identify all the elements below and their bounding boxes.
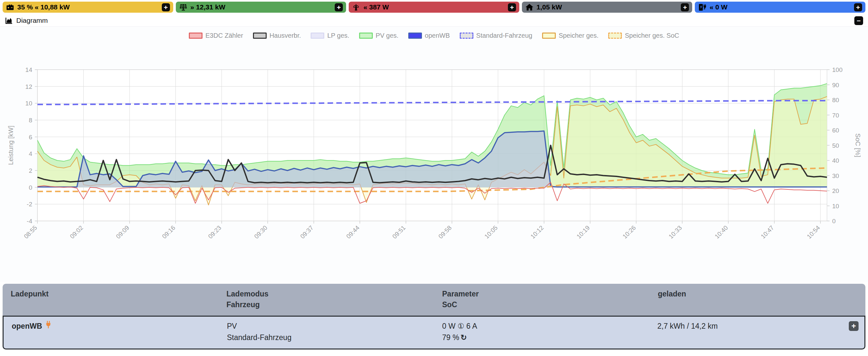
legend-swatch <box>253 33 267 39</box>
legend-item-5[interactable]: Standard-Fahrzeug <box>460 32 532 39</box>
legend-label: PV ges. <box>376 32 399 39</box>
diagram-panel-header: Diagramm − <box>0 14 868 27</box>
legend-item-2[interactable]: LP ges. <box>311 32 349 39</box>
charge-parameter: 0 W ① 6 A <box>442 321 649 332</box>
x-tick-label: 10:40 <box>713 224 729 240</box>
x-tick-label: 09:09 <box>115 224 130 240</box>
svg-text:10: 10 <box>25 100 32 107</box>
svg-text:2: 2 <box>29 167 32 174</box>
legend-item-1[interactable]: Hausverbr. <box>253 32 301 39</box>
header-col-3: geladen <box>650 289 866 310</box>
svg-text:4: 4 <box>29 150 32 157</box>
chargepoint-table: Ladepunkt LademodusFahrzeugParameterSoCg… <box>3 284 865 350</box>
status-badge-1[interactable]: » 12,31 kW+ <box>176 2 346 13</box>
legend-item-0[interactable]: E3DC Zähler <box>189 32 243 39</box>
status-badge-0[interactable]: 35 % « 10,88 kW+ <box>3 2 173 13</box>
x-tick-label: 09:02 <box>69 224 84 240</box>
svg-text:100: 100 <box>832 66 843 73</box>
chart-section: E3DC ZählerHausverbr.LP ges.PV ges.openW… <box>0 27 868 282</box>
svg-text:40: 40 <box>832 157 839 164</box>
svg-text:0: 0 <box>832 218 836 225</box>
svg-text:14: 14 <box>25 66 33 73</box>
pylon-icon <box>352 3 361 11</box>
svg-text:0: 0 <box>29 184 32 191</box>
legend-label: LP ges. <box>327 32 349 39</box>
legend-item-6[interactable]: Speicher ges. <box>542 32 598 39</box>
legend-label: Speicher ges. SoC <box>625 32 679 39</box>
svg-text:10: 10 <box>832 203 839 209</box>
svg-text:30: 30 <box>832 172 839 179</box>
badge-value: 1,05 kW <box>536 3 562 11</box>
header-col-0: Ladepunkt <box>3 289 218 310</box>
cell-parameter-soc: 0 W ① 6 A 79 %↻ <box>434 321 649 343</box>
legend-label: openWB <box>425 32 450 39</box>
status-badge-2[interactable]: « 387 W+ <box>349 2 519 13</box>
svg-text:80: 80 <box>832 97 839 103</box>
svg-text:90: 90 <box>832 82 839 89</box>
battery-icon <box>6 3 14 11</box>
panel-title: Diagramm <box>16 17 48 24</box>
x-tick-label: 09:30 <box>253 224 269 240</box>
legend-item-7[interactable]: Speicher ges. SoC <box>608 32 679 39</box>
badge-value: » 12,31 kW <box>190 3 225 11</box>
vehicle-name: Standard-Fahrzeug <box>227 332 434 343</box>
house-icon <box>525 3 534 11</box>
x-tick-label: 10:12 <box>529 224 545 240</box>
solar-panel-icon <box>179 3 188 11</box>
x-tick-label: 10:19 <box>575 224 591 240</box>
legend-item-4[interactable]: openWB <box>408 32 450 39</box>
ev-charger-icon <box>698 3 707 11</box>
badge-value: « 0 W <box>709 3 727 11</box>
expand-chargepoint-button[interactable]: + <box>849 321 859 331</box>
status-badge-4[interactable]: « 0 W+ <box>695 2 865 13</box>
cell-ladepunkt: openWB <box>4 321 219 343</box>
x-tick-label: 09:16 <box>161 224 177 240</box>
x-tick-label: 08:55 <box>23 224 38 240</box>
legend-label: Standard-Fahrzeug <box>476 32 532 39</box>
x-tick-label: 09:37 <box>299 224 314 240</box>
svg-text:-4: -4 <box>27 218 32 225</box>
legend-swatch <box>408 33 422 39</box>
legend-swatch <box>542 33 556 39</box>
status-badge-row: 35 % « 10,88 kW+» 12,31 kW+« 387 W+1,05 … <box>0 0 868 14</box>
refresh-soc-icon[interactable]: ↻ <box>460 333 467 342</box>
expand-badge-button[interactable]: + <box>335 3 343 11</box>
header-col-2: ParameterSoC <box>434 289 650 310</box>
x-tick-label: 09:58 <box>437 224 453 240</box>
legend-item-3[interactable]: PV ges. <box>359 32 399 39</box>
cell-geladen: 2,7 kWh / 14,2 km <box>649 321 864 343</box>
badge-value: 35 % « 10,88 kW <box>17 3 70 11</box>
svg-text:6: 6 <box>29 134 32 140</box>
legend-swatch <box>608 33 622 39</box>
legend-label: Speicher ges. <box>559 32 598 39</box>
svg-text:8: 8 <box>29 117 32 124</box>
charge-mode: PV <box>227 321 434 332</box>
x-tick-label: 09:44 <box>345 224 361 240</box>
legend-label: E3DC Zähler <box>206 32 243 39</box>
x-tick-label: 10:33 <box>668 224 683 240</box>
svg-text:12: 12 <box>25 83 32 90</box>
legend-swatch <box>359 33 373 39</box>
svg-text:20: 20 <box>832 188 839 194</box>
legend-label: Hausverbr. <box>270 32 301 39</box>
collapse-diagram-button[interactable]: − <box>854 16 863 25</box>
status-badge-3[interactable]: 1,05 kW+ <box>522 2 692 13</box>
x-tick-label: 09:51 <box>391 224 407 240</box>
svg-text:-2: -2 <box>27 201 32 207</box>
cell-lademodus-fahrzeug: PV Standard-Fahrzeug <box>219 321 434 343</box>
chargepoint-row: openWB PV Standard-Fahrzeug 0 W ① 6 A 79… <box>3 316 865 350</box>
y-right-axis-title: SoC [%] <box>854 133 862 157</box>
legend-swatch <box>311 33 324 39</box>
chargepoint-table-header: Ladepunkt LademodusFahrzeugParameterSoCg… <box>3 284 865 316</box>
expand-badge-button[interactable]: + <box>508 3 516 11</box>
vehicle-soc: 79 % <box>442 333 459 342</box>
expand-badge-button[interactable]: + <box>681 3 689 11</box>
x-tick-label: 09:23 <box>207 224 222 240</box>
charged-amount: 2,7 kWh / 14,2 km <box>657 321 864 332</box>
y-left-axis-title: Leistung [kW] <box>7 126 14 165</box>
x-tick-label: 10:05 <box>483 224 499 240</box>
expand-badge-button[interactable]: + <box>162 3 170 11</box>
svg-text:50: 50 <box>832 142 839 149</box>
expand-badge-button[interactable]: + <box>854 3 862 11</box>
svg-text:70: 70 <box>832 112 839 119</box>
